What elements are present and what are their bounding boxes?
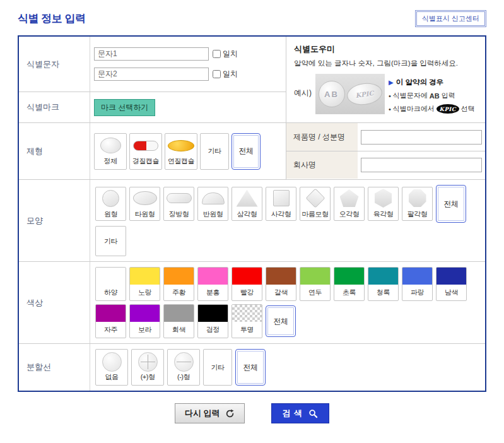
color-row: 색상 하양 노랑 주황 — [19, 262, 485, 344]
color-option-teal[interactable]: 청록 — [368, 267, 399, 301]
row-label-shape: 모양 — [19, 180, 90, 261]
dosage-band: 제형 정제 경질캡슐 연질캡슐 기타 — [19, 123, 485, 180]
shape-option-hexagon[interactable]: 육각형 — [368, 187, 399, 221]
example-label: 예시) — [294, 74, 312, 98]
note1-suffix: 입력 — [442, 91, 455, 100]
color-option-magenta[interactable]: 자주 — [95, 304, 126, 338]
shape-option-square[interactable]: 사각형 — [266, 187, 296, 221]
dosage-option-tablet[interactable]: 정제 — [94, 133, 127, 170]
color-swatch — [402, 268, 432, 285]
color-option-brown[interactable]: 갈색 — [266, 267, 296, 301]
color-option-black[interactable]: 검정 — [197, 304, 228, 338]
diamond-shape-icon — [305, 188, 325, 208]
option-label: 기타 — [211, 363, 225, 372]
match-option-2: 일치 — [213, 69, 238, 80]
shape-options-row-2: 기타 — [95, 226, 480, 256]
shape-option-triangle[interactable]: 삼각형 — [231, 187, 262, 221]
score-line-options: 없음 (+)형 (-)형 기타 전체 — [90, 344, 485, 391]
shape-option-ellipse[interactable]: 타원형 — [129, 187, 160, 221]
pill-ab-image: AB — [319, 81, 345, 107]
helper-title: 식별도우미 — [294, 44, 478, 55]
icon-slot — [174, 353, 194, 370]
option-label: 오각형 — [339, 210, 360, 219]
option-label: 회색 — [172, 322, 185, 338]
color-option-transparent[interactable]: 투명 — [231, 304, 262, 338]
color-option-yellow[interactable]: 노랑 — [129, 267, 160, 301]
dosage-option-soft-capsule[interactable]: 연질캡슐 — [165, 133, 197, 170]
color-option-blue[interactable]: 파랑 — [402, 267, 433, 301]
shape-option-semicircle[interactable]: 반원형 — [197, 187, 228, 221]
icon-slot — [100, 137, 121, 155]
color-option-pink[interactable]: 분홍 — [197, 267, 228, 301]
option-label: 검정 — [206, 322, 220, 338]
match-checkbox-2[interactable] — [213, 70, 221, 78]
color-swatch — [266, 268, 296, 285]
example-notes: ▶ 이 알약의 경우 • 식별문자에 AB 입력 • 식별마크에서 KP — [389, 74, 478, 117]
shape-option-pentagon[interactable]: 오각형 — [334, 187, 365, 221]
color-option-all[interactable]: 전체 — [266, 305, 296, 337]
color-option-white[interactable]: 하양 — [95, 267, 126, 301]
color-option-purple[interactable]: 보라 — [129, 304, 160, 338]
reset-button[interactable]: 다시 입력 — [175, 403, 245, 423]
search-button[interactable]: 검 색 — [271, 403, 330, 423]
dosage-option-hard-capsule[interactable]: 경질캡슐 — [129, 133, 162, 170]
color-option-gray[interactable]: 회색 — [163, 304, 194, 338]
semicircle-shape-icon — [202, 192, 225, 204]
hexagon-shape-icon — [375, 189, 392, 208]
option-label: 투명 — [240, 322, 254, 338]
shape-option-etc[interactable]: 기타 — [95, 226, 126, 256]
identification-band: 식별문자 일치 일 — [19, 37, 485, 123]
shape-option-all[interactable]: 전체 — [436, 185, 466, 223]
octagon-shape-icon — [409, 189, 426, 207]
color-swatch — [334, 268, 364, 285]
option-label: (-)형 — [177, 372, 190, 382]
square-shape-icon — [273, 190, 290, 206]
id-char-row: 식별문자 일치 일 — [19, 37, 286, 92]
icon-slot — [202, 189, 225, 208]
match-checkbox-1[interactable] — [213, 50, 221, 58]
case-title-text: 이 알약의 경우 — [396, 78, 443, 87]
dosage-form-options: 정제 경질캡슐 연질캡슐 기타 전체 — [90, 123, 286, 179]
icon-slot — [375, 189, 392, 208]
option-label: 타원형 — [135, 210, 155, 219]
option-label: 갈색 — [274, 285, 288, 300]
char-input-1[interactable] — [94, 47, 209, 61]
dosage-form-row: 제형 정제 경질캡슐 연질캡슐 기타 — [19, 123, 286, 179]
score-option-none[interactable]: 없음 — [95, 349, 128, 386]
icon-slot — [273, 189, 290, 208]
shape-option-octagon[interactable]: 팔각형 — [402, 187, 433, 221]
helper-example: 예시) AB KPIC ▶ 이 알약의 경우 • 식별문자에 AB — [294, 74, 478, 117]
score-line-options-row: 없음 (+)형 (-)형 기타 전체 — [95, 349, 480, 386]
search-form-panel: 식별문자 일치 일 — [18, 35, 486, 392]
color-swatch — [437, 268, 466, 285]
dosage-option-all[interactable]: 전체 — [231, 133, 261, 170]
score-option-all[interactable]: 전체 — [235, 349, 266, 386]
bullet-icon: • — [389, 105, 391, 113]
score-option-etc[interactable]: 기타 — [203, 349, 232, 386]
option-label: (+)형 — [141, 372, 155, 382]
color-option-red[interactable]: 빨강 — [231, 267, 262, 301]
color-swatch — [130, 268, 160, 285]
score-option-plus[interactable]: (+)형 — [131, 349, 164, 386]
note1-strong: AB — [430, 92, 440, 100]
shape-option-circle[interactable]: 원형 — [95, 187, 126, 221]
shape-option-diamond[interactable]: 마름모형 — [300, 187, 331, 221]
shape-options-row-1: 원형 타원형 장방형 반원형 — [95, 185, 480, 223]
color-swatch — [232, 268, 262, 285]
color-option-orange[interactable]: 주황 — [163, 267, 194, 301]
shape-option-oblong[interactable]: 장방형 — [163, 187, 194, 221]
char-input-2[interactable] — [94, 68, 209, 81]
color-option-navy[interactable]: 남색 — [436, 267, 467, 301]
helper-description: 알약에 있는 글자나 숫자, 그림(마크)을 입력하세요. — [294, 59, 478, 68]
color-swatch — [198, 268, 228, 285]
company-name-input[interactable] — [361, 158, 482, 172]
score-option-minus[interactable]: (-)형 — [167, 349, 200, 386]
option-label: 경질캡슐 — [132, 157, 159, 166]
option-label: 기타 — [208, 146, 221, 156]
report-center-button[interactable]: 식별표시 신고센터 — [415, 10, 486, 27]
mark-select-button[interactable]: 마크 선택하기 — [94, 99, 155, 116]
color-option-green[interactable]: 초록 — [334, 267, 365, 301]
product-name-input[interactable] — [361, 130, 482, 145]
color-option-yellow-green[interactable]: 연두 — [300, 267, 331, 301]
dosage-option-etc[interactable]: 기타 — [200, 133, 229, 170]
